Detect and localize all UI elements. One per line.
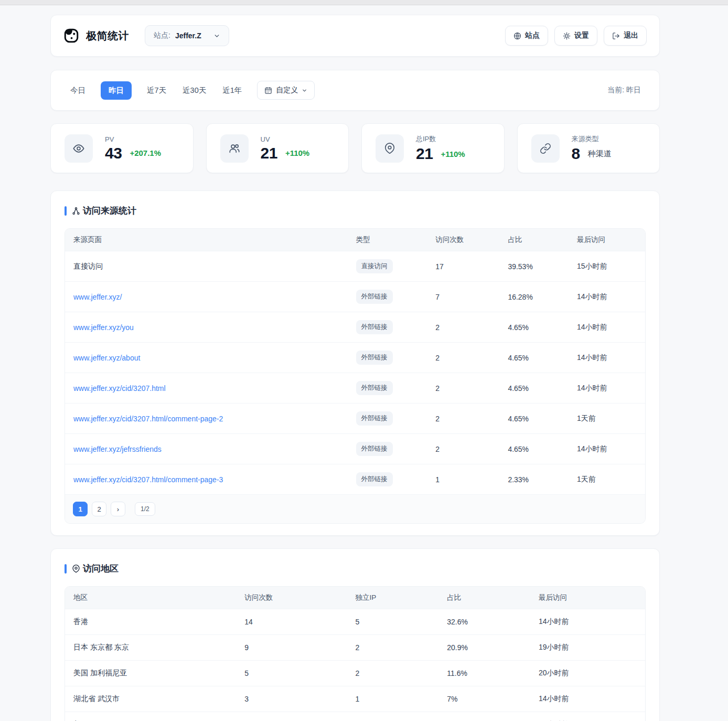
source-page-link[interactable]: www.jeffer.xyz/cid/3207.html/comment-pag… (73, 415, 223, 423)
stat-card: UV21+110% (206, 123, 349, 173)
table-row: www.jeffer.xyz/cid/3207.html/comment-pag… (65, 404, 645, 434)
stat-value-row: 43+207.1% (105, 145, 161, 162)
browser-edge-strip (0, 0, 728, 5)
column-header: 占比 (438, 587, 530, 609)
stat-text: 来源类型8种渠道 (572, 134, 612, 162)
stat-card: PV43+207.1% (50, 123, 194, 173)
region-section-title: 访问地区 (72, 563, 119, 575)
date-range-tab[interactable]: 昨日 (101, 81, 132, 100)
source-page-text: 直接访问 (73, 262, 103, 270)
gear-icon (563, 32, 571, 40)
source-page-cell: www.jeffer.xyz/you (65, 312, 348, 343)
visits-cell: 7 (427, 282, 499, 312)
last-visit-cell: 14小时前 (530, 686, 645, 712)
column-header: 地区 (65, 587, 236, 609)
share-cell: 20.9% (438, 635, 530, 661)
source-type-cell: 外部链接 (348, 343, 427, 373)
stat-value-row: 21+110% (261, 145, 310, 162)
share-nodes-icon (72, 207, 80, 215)
stat-value-row: 8种渠道 (572, 145, 612, 162)
date-range-tab[interactable]: 近30天 (181, 81, 207, 100)
source-page-cell: www.jeffer.xyz/cid/3207.html/comment-pag… (65, 404, 348, 434)
column-header: 占比 (499, 229, 569, 251)
region-table-header: 地区访问次数独立IP占比最后访问 (65, 587, 645, 609)
chevron-down-icon (213, 33, 220, 39)
share-cell: 32.6% (438, 609, 530, 635)
source-page-cell: www.jeffer.xyz/cid/3207.html (65, 373, 348, 404)
source-section-title: 访问来源统计 (72, 205, 136, 217)
source-type-cell: 外部链接 (348, 373, 427, 404)
logout-button[interactable]: 退出 (604, 26, 647, 46)
pagination-page-button[interactable]: 1 (73, 502, 88, 516)
logout-button-label: 退出 (624, 31, 638, 40)
app-title: 极简统计 (86, 29, 129, 43)
brand: 极简统计 站点: Jeffer.Z (63, 25, 229, 46)
table-row: 香港14532.6%14小时前 (65, 609, 645, 635)
date-range-tab[interactable]: 今日 (69, 81, 87, 100)
site-selector[interactable]: 站点: Jeffer.Z (145, 25, 229, 46)
unique-ip-cell: 2 (347, 661, 439, 686)
region-cell: 香港 (65, 609, 236, 635)
source-page-link[interactable]: www.jeffer.xyz/about (73, 354, 140, 362)
source-page-link[interactable]: www.jeffer.xyz/cid/3207.html/comment-pag… (73, 475, 223, 484)
table-row: www.jeffer.xyz/about外部链接24.65%14小时前 (65, 343, 645, 373)
stat-card: 总IP数21+110% (361, 123, 505, 173)
stat-delta: +110% (285, 149, 309, 157)
source-table-wrap: 来源页面类型访问次数占比最后访问 直接访问直接访问1739.53%15小时前ww… (65, 228, 646, 524)
stat-label: UV (261, 135, 310, 143)
eye-icon (65, 134, 93, 163)
pagination-next-button[interactable]: › (111, 502, 125, 516)
source-type-cell: 外部链接 (348, 404, 427, 434)
share-cell: 7% (438, 686, 530, 712)
stat-text: UV21+110% (261, 135, 310, 162)
date-range-tab[interactable]: 近7天 (146, 81, 167, 100)
stat-value: 8 (572, 145, 580, 162)
share-cell: 2.33% (499, 464, 569, 495)
sites-button[interactable]: 站点 (505, 26, 548, 46)
last-visit-cell: 14小时前 (569, 343, 645, 373)
table-row: 日本 东京都 东京9220.9%19小时前 (65, 635, 645, 661)
header-actions: 站点 设置 退出 (505, 26, 647, 46)
app-header: 极简统计 站点: Jeffer.Z 站点 设置 (50, 15, 660, 57)
source-page-link[interactable]: www.jeffer.xyz/jefrssfriends (73, 445, 162, 453)
source-page-link[interactable]: www.jeffer.xyz/cid/3207.html (73, 384, 166, 393)
unique-ip-cell: 5 (347, 609, 439, 635)
share-cell: 4.65% (499, 312, 569, 343)
pagination-page-button[interactable]: 2 (92, 502, 106, 516)
visits-cell: 1 (427, 464, 499, 495)
share-cell: 4.65% (499, 434, 569, 464)
visits-cell: 3 (236, 686, 347, 712)
last-visit-cell: 14小时前 (530, 609, 645, 635)
region-stats-section: 访问地区 地区访问次数独立IP占比最后访问 香港14532.6%14小时前日本 … (50, 548, 660, 721)
last-visit-cell: 15小时前 (569, 251, 645, 282)
type-badge: 外部链接 (356, 411, 393, 426)
stat-value: 21 (416, 145, 433, 162)
source-type-cell: 外部链接 (348, 312, 427, 343)
visits-cell: 9 (236, 635, 347, 661)
visits-cell: 2 (427, 312, 499, 343)
stat-value: 43 (105, 145, 122, 162)
chevron-down-icon (302, 88, 307, 93)
last-visit-cell: 14小时前 (569, 434, 645, 464)
date-range-tabs: 今日昨日近7天近30天近1年 (69, 81, 243, 100)
site-selector-label: 站点: (154, 31, 170, 40)
region-table-wrap: 地区访问次数独立IP占比最后访问 香港14532.6%14小时前日本 东京都 东… (65, 586, 646, 721)
stat-value-row: 21+110% (416, 145, 465, 162)
share-cell: 11.6% (438, 661, 530, 686)
table-row: www.jeffer.xyz/cid/3207.html/comment-pag… (65, 464, 645, 495)
stat-cards-row: PV43+207.1%UV21+110%总IP数21+110%来源类型8种渠道 (50, 123, 660, 173)
settings-button[interactable]: 设置 (554, 26, 597, 46)
source-page-link[interactable]: www.jeffer.xyz/ (73, 293, 122, 301)
source-page-link[interactable]: www.jeffer.xyz/you (73, 323, 134, 332)
column-header: 类型 (348, 229, 427, 251)
table-row: 直接访问直接访问1739.53%15小时前 (65, 251, 645, 282)
stat-label: PV (105, 135, 161, 143)
last-visit-cell: 1天前 (569, 404, 645, 434)
custom-range-button[interactable]: 自定义 (257, 81, 315, 100)
column-header: 来源页面 (65, 229, 348, 251)
date-range-tab[interactable]: 近1年 (221, 81, 243, 100)
share-cell: 7% (438, 712, 530, 721)
share-cell: 16.28% (499, 282, 569, 312)
unique-ip-cell: 2 (347, 635, 439, 661)
table-row: www.jeffer.xyz/外部链接716.28%14小时前 (65, 282, 645, 312)
